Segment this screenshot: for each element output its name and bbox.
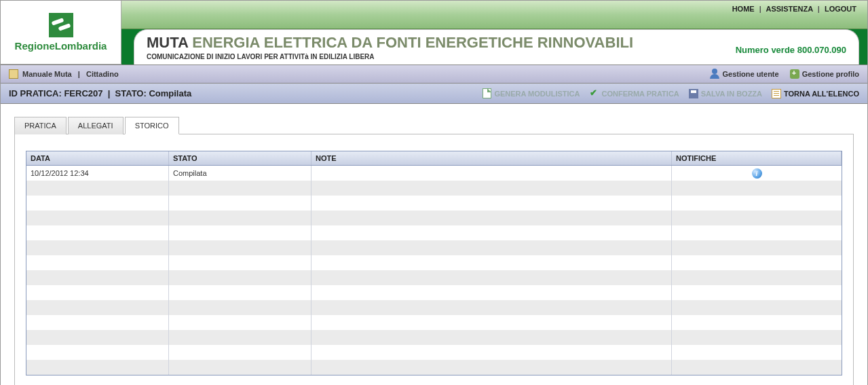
cell-empty xyxy=(672,270,842,285)
tab-storico[interactable]: STORICO xyxy=(125,117,179,134)
tab-allegati[interactable]: ALLEGATI xyxy=(68,117,124,134)
action-genera-label: GENERA MODULISTICA xyxy=(494,90,580,98)
table-row[interactable]: 10/12/2012 12:34Compilatai xyxy=(26,166,842,181)
top-bar: HOME | ASSISTENZA | LOGOUT xyxy=(121,1,867,29)
title-box: MUTA ENERGIA ELETTRICA DA FONTI ENERGETI… xyxy=(134,29,859,65)
cell-empty xyxy=(26,315,169,330)
id-pratica-prefix: ID PRATICA: xyxy=(9,88,62,98)
cell-empty xyxy=(312,270,672,285)
action-conferma-pratica: CONFERMA PRATICA xyxy=(590,89,679,98)
cell-data: 10/12/2012 12:34 xyxy=(26,166,169,181)
user-icon xyxy=(709,69,720,79)
manual-icon xyxy=(9,69,18,79)
action-torna-elenco[interactable]: TORNA ALL'ELENCO xyxy=(772,89,859,98)
cell-empty xyxy=(169,181,312,196)
cell-empty xyxy=(312,196,672,210)
cell-empty xyxy=(672,360,842,375)
id-pratica-value: FERC207 xyxy=(64,88,102,98)
nav-home[interactable]: HOME xyxy=(732,5,755,13)
cell-empty xyxy=(26,225,169,240)
cell-empty xyxy=(312,345,672,360)
logo-box: RegioneLombardia xyxy=(1,1,121,65)
cell-empty xyxy=(169,210,312,225)
table-row-empty xyxy=(26,345,842,360)
status-bar: ID PRATICA: FERC207 | STATO: Compilata G… xyxy=(1,84,867,104)
col-header-stato[interactable]: STATO xyxy=(169,151,312,165)
table-row-empty xyxy=(26,225,842,240)
cell-empty xyxy=(26,240,169,255)
list-icon xyxy=(772,89,781,98)
green-number-value: 800.070.090 xyxy=(797,45,846,55)
cell-empty xyxy=(169,196,312,210)
gestione-utente-link[interactable]: Gestione utente xyxy=(709,69,779,79)
toolbar-row: Manuale Muta | Cittadino Gestione utente… xyxy=(1,65,867,84)
gestione-profilo-link[interactable]: Gestione profilo xyxy=(790,69,859,79)
action-salva-label: SALVA IN BOZZA xyxy=(701,90,762,98)
cell-empty xyxy=(26,210,169,225)
cell-empty xyxy=(169,360,312,375)
col-header-notifiche[interactable]: NOTIFICHE xyxy=(672,151,842,165)
nav-logout[interactable]: LOGOUT xyxy=(825,5,856,13)
cell-empty xyxy=(312,181,672,196)
cell-empty xyxy=(169,285,312,300)
cell-empty xyxy=(672,285,842,300)
storico-grid: DATA STATO NOTE NOTIFICHE 10/12/2012 12:… xyxy=(26,151,842,375)
tab-pratica[interactable]: PRATICA xyxy=(14,117,67,134)
cell-empty xyxy=(26,181,169,196)
gestione-utente-label: Gestione utente xyxy=(723,70,779,78)
separator: | xyxy=(759,5,761,13)
save-icon xyxy=(689,89,698,98)
cell-note xyxy=(312,166,672,181)
table-row-empty xyxy=(26,210,842,225)
cell-empty xyxy=(169,345,312,360)
cell-empty xyxy=(312,210,672,225)
role-label: Cittadino xyxy=(86,70,119,78)
cell-empty xyxy=(672,225,842,240)
logo-mark-icon xyxy=(49,13,73,37)
col-header-data[interactable]: DATA xyxy=(26,151,169,165)
cell-empty xyxy=(169,225,312,240)
green-number-label: Numero verde xyxy=(736,45,795,55)
manual-link[interactable]: Manuale Muta xyxy=(22,70,72,78)
title-row: MUTA ENERGIA ELETTRICA DA FONTI ENERGETI… xyxy=(121,29,867,65)
cell-empty xyxy=(312,330,672,345)
cell-empty xyxy=(312,360,672,375)
table-row-empty xyxy=(26,285,842,300)
table-row-empty xyxy=(26,181,842,196)
stato-prefix: STATO: xyxy=(115,88,147,98)
table-row-empty xyxy=(26,330,842,345)
cell-empty xyxy=(26,255,169,270)
grid-body: 10/12/2012 12:34Compilatai xyxy=(26,166,842,375)
content-area: PRATICA ALLEGATI STORICO DATA STATO NOTE… xyxy=(1,104,867,385)
cell-empty xyxy=(26,360,169,375)
action-genera-modulistica: GENERA MODULISTICA xyxy=(483,88,580,98)
cell-empty xyxy=(169,240,312,255)
table-row-empty xyxy=(26,240,842,255)
cell-empty xyxy=(312,285,672,300)
separator: | xyxy=(76,70,82,78)
cell-empty xyxy=(26,330,169,345)
cell-empty xyxy=(26,285,169,300)
cell-empty xyxy=(672,210,842,225)
check-icon xyxy=(590,89,599,98)
document-icon xyxy=(483,88,491,98)
col-header-note[interactable]: NOTE xyxy=(312,151,672,165)
cell-empty xyxy=(26,300,169,315)
cell-empty xyxy=(672,345,842,360)
table-row-empty xyxy=(26,360,842,375)
gestione-profilo-label: Gestione profilo xyxy=(802,70,859,78)
table-row-empty xyxy=(26,270,842,285)
cell-empty xyxy=(26,345,169,360)
stato-value: Compilata xyxy=(149,88,191,98)
tab-panel-storico: DATA STATO NOTE NOTIFICHE 10/12/2012 12:… xyxy=(14,134,854,385)
cell-empty xyxy=(312,255,672,270)
cell-empty xyxy=(672,255,842,270)
app-title-main: MUTA xyxy=(147,34,188,51)
info-icon[interactable]: i xyxy=(752,168,762,179)
table-row-empty xyxy=(26,255,842,270)
cell-empty xyxy=(672,330,842,345)
cell-empty xyxy=(672,315,842,330)
logo-text: RegioneLombardia xyxy=(15,40,107,52)
separator: | xyxy=(818,5,820,13)
nav-assistenza[interactable]: ASSISTENZA xyxy=(766,5,812,13)
